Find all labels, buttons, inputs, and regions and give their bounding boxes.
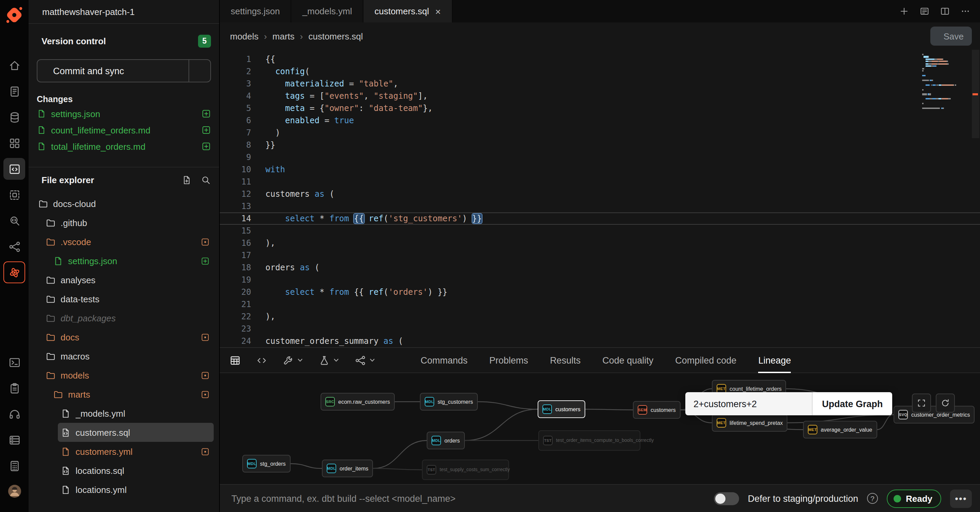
- lineage-selector-input[interactable]: [685, 392, 812, 415]
- panel-tab-problems[interactable]: Problems: [489, 348, 528, 372]
- lineage-node[interactable]: SRCecom.raw_customers: [321, 393, 395, 411]
- changed-file[interactable]: count_lifetime_orders.md: [29, 122, 219, 138]
- tree-item[interactable]: analyses: [43, 270, 214, 289]
- panel-tab-results[interactable]: Results: [550, 348, 581, 372]
- lineage-node[interactable]: SEMcustomers: [633, 401, 681, 419]
- code-editor-icon[interactable]: [3, 158, 25, 180]
- code-line[interactable]: 4 tags = ["events", "staging"],: [220, 90, 980, 102]
- code-line[interactable]: 17: [220, 249, 980, 262]
- code-line[interactable]: 11: [220, 175, 980, 188]
- code-line[interactable]: 24customer_orders_summary as (: [220, 335, 980, 347]
- database-icon[interactable]: [3, 106, 25, 128]
- code-line[interactable]: 3 materialized = "table",: [220, 78, 980, 90]
- version-control-header[interactable]: Version control 5: [29, 30, 219, 51]
- code-line[interactable]: 19: [220, 274, 980, 286]
- code-view-icon[interactable]: [256, 354, 267, 366]
- code-line[interactable]: 5 meta = {"owner": "data-team"},: [220, 102, 980, 114]
- code-line[interactable]: 13: [220, 200, 980, 212]
- minimap[interactable]: [922, 54, 969, 110]
- code-line[interactable]: 18orders as (: [220, 262, 980, 274]
- close-icon[interactable]: ×: [435, 6, 441, 16]
- defer-toggle[interactable]: [714, 492, 739, 505]
- editor-scrollbar[interactable]: [970, 50, 980, 347]
- new-file-icon[interactable]: [182, 175, 192, 185]
- code-line[interactable]: 2 config(: [220, 65, 980, 78]
- tree-item[interactable]: locations.yml: [58, 480, 214, 499]
- tree-item[interactable]: locations.sql: [58, 461, 214, 480]
- tree-item[interactable]: data-tests: [43, 289, 214, 308]
- user-avatar[interactable]: [4, 481, 24, 501]
- update-graph-button[interactable]: Update Graph: [812, 392, 892, 415]
- search-code-icon[interactable]: [3, 210, 25, 231]
- notebook-icon[interactable]: [3, 80, 25, 102]
- panel-tab-commands[interactable]: Commands: [421, 348, 468, 372]
- apps-grid-icon[interactable]: [3, 132, 25, 154]
- tree-item[interactable]: customers.sql: [58, 423, 214, 442]
- editor-tab[interactable]: settings.json: [220, 0, 292, 22]
- branch-row[interactable]: matthewshaver-patch-1: [29, 0, 219, 24]
- panel-tab-compiled-code[interactable]: Compiled code: [675, 348, 737, 372]
- lineage-canvas[interactable]: SRCecom.raw_customersMDLstg_customersMDL…: [220, 373, 980, 484]
- open-editors-icon[interactable]: [920, 6, 930, 16]
- lineage-node[interactable]: METaverage_order_value: [803, 421, 877, 439]
- code-line[interactable]: 15: [220, 225, 980, 237]
- tree-item[interactable]: .vscode: [43, 232, 214, 251]
- tree-item[interactable]: docs-cloud: [35, 194, 214, 213]
- tree-item[interactable]: settings.json: [50, 251, 214, 270]
- more-options-button[interactable]: •••: [950, 489, 972, 507]
- tree-item[interactable]: marts: [50, 385, 214, 404]
- commit-and-sync-button[interactable]: Commit and sync: [37, 59, 211, 82]
- breadcrumb-item[interactable]: customers.sql: [308, 31, 363, 41]
- code-line[interactable]: 10with: [220, 163, 980, 175]
- lineage-node[interactable]: METlifetime_spend_pretax: [712, 414, 788, 432]
- breadcrumb-item[interactable]: models: [230, 31, 259, 41]
- code-line[interactable]: 20 select * from {{ ref('orders') }}: [220, 286, 980, 298]
- code-line[interactable]: 23: [220, 323, 980, 335]
- code-line[interactable]: 1{{: [220, 53, 980, 65]
- tree-item[interactable]: dbt_packages: [43, 308, 214, 327]
- code-line[interactable]: 21: [220, 298, 980, 311]
- keypad-icon[interactable]: [3, 455, 25, 477]
- tree-item[interactable]: _models.yml: [58, 404, 214, 423]
- commit-options-dropdown[interactable]: [189, 60, 210, 82]
- changed-file[interactable]: settings.json: [29, 105, 219, 122]
- dbt-logo[interactable]: [3, 4, 25, 26]
- tree-item[interactable]: docs: [43, 327, 214, 346]
- fullscreen-icon[interactable]: [912, 394, 931, 413]
- save-button[interactable]: Save: [931, 27, 972, 46]
- code-line[interactable]: 14 select * from {{ ref('stg_customers')…: [220, 212, 980, 225]
- editor-tab[interactable]: _models.yml: [292, 0, 364, 22]
- breadcrumb-item[interactable]: marts: [272, 31, 295, 41]
- help-icon[interactable]: ?: [867, 493, 878, 504]
- tree-item[interactable]: models: [43, 365, 214, 385]
- command-input[interactable]: [231, 493, 705, 504]
- results-table-icon[interactable]: [229, 354, 241, 366]
- lineage-options-icon[interactable]: [355, 354, 375, 366]
- lineage-node[interactable]: MDLcustomers: [538, 400, 585, 418]
- more-actions-icon[interactable]: [960, 6, 970, 16]
- lineage-node[interactable]: MDLorder_items: [322, 459, 373, 477]
- changed-file[interactable]: total_lifetime_orders.md: [29, 138, 219, 155]
- editor-tab[interactable]: customers.sql×: [363, 0, 452, 22]
- code-line[interactable]: 6 enabled = true: [220, 114, 980, 127]
- panel-tab-lineage[interactable]: Lineage: [758, 348, 791, 372]
- dbt-copilot-icon[interactable]: [3, 262, 25, 283]
- build-tools-icon[interactable]: [282, 354, 304, 366]
- lineage-node[interactable]: TSTtest_supply_costs_sum_correctly: [422, 459, 509, 480]
- layout-frame-icon[interactable]: [3, 184, 25, 206]
- lineage-node[interactable]: MDLstg_customers: [420, 393, 478, 411]
- panel-tab-code-quality[interactable]: Code quality: [602, 348, 653, 372]
- storage-icon[interactable]: [3, 429, 25, 451]
- lineage-node[interactable]: MDLstg_orders: [242, 455, 291, 472]
- clipboard-icon[interactable]: [3, 377, 25, 399]
- lineage-node[interactable]: MDLorders: [427, 432, 465, 449]
- refresh-icon[interactable]: [936, 394, 955, 413]
- tree-item[interactable]: customers.yml: [58, 442, 214, 461]
- code-line[interactable]: 22),: [220, 311, 980, 323]
- search-icon[interactable]: [201, 175, 211, 185]
- code-editor[interactable]: 1{{2 config(3 materialized = "table",4 t…: [220, 50, 980, 347]
- code-line[interactable]: 12customers as (: [220, 188, 980, 200]
- test-runner-icon[interactable]: [318, 354, 340, 366]
- tree-item[interactable]: .github: [43, 213, 214, 232]
- tree-item[interactable]: macros: [43, 346, 214, 365]
